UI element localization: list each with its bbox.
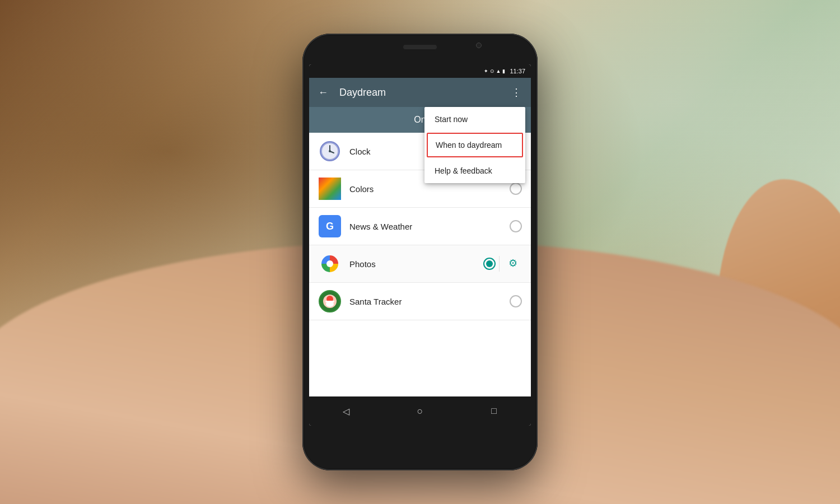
phone-device: ✦ ⊙ ▲ ▮ 11:37 ← Daydream ⋮ On	[302, 34, 538, 470]
nav-home-icon: ○	[417, 405, 423, 417]
photos-icon	[318, 252, 342, 276]
santa-tracker-icon	[318, 290, 342, 313]
svg-rect-10	[319, 178, 341, 200]
news-weather-label: News & Weather	[349, 222, 510, 231]
bluetooth-icon: ✦	[484, 68, 488, 74]
status-bar: ✦ ⊙ ▲ ▮ 11:37	[309, 64, 531, 78]
list-item-santa-tracker[interactable]: Santa Tracker	[309, 283, 531, 320]
nav-back-icon: ◁	[343, 406, 349, 417]
nav-recents-icon: □	[491, 406, 497, 416]
svg-point-5	[329, 150, 331, 152]
help-feedback-item[interactable]: Help & feedback	[424, 158, 525, 183]
header-title: Daydream	[339, 87, 500, 99]
phone-speaker	[403, 45, 437, 49]
bottom-navigation: ◁ ○ □	[309, 396, 531, 426]
list-item-photos[interactable]: Photos ⚙	[309, 245, 531, 283]
svg-point-15	[326, 301, 334, 307]
start-now-item[interactable]: Start now	[424, 107, 525, 132]
colors-radio[interactable]	[510, 183, 522, 195]
clock-icon	[318, 139, 342, 163]
colors-label: Colors	[349, 184, 510, 194]
status-icons: ✦ ⊙ ▲ ▮	[484, 68, 506, 74]
list-item-news-weather[interactable]: G News & Weather	[309, 208, 531, 245]
photos-label: Photos	[349, 259, 483, 269]
colors-icon	[318, 177, 342, 200]
back-button[interactable]: ←	[318, 87, 328, 99]
phone-body: ✦ ⊙ ▲ ▮ 11:37 ← Daydream ⋮ On	[302, 34, 538, 470]
santa-tracker-radio[interactable]	[510, 295, 522, 307]
app-header: ← Daydream ⋮	[309, 78, 531, 107]
when-to-daydream-item[interactable]: When to daydream	[427, 133, 523, 157]
news-weather-radio[interactable]	[510, 220, 522, 232]
photos-settings-icon[interactable]: ⚙	[508, 257, 522, 270]
news-weather-icon: G	[318, 214, 342, 238]
signal-icon: ▲	[496, 68, 501, 74]
overflow-dropdown: Start now When to daydream Help & feedba…	[424, 107, 525, 183]
nav-back-button[interactable]: ◁	[338, 403, 354, 419]
svg-point-11	[326, 260, 333, 267]
nav-recents-button[interactable]: □	[486, 403, 502, 419]
wifi-icon: ⊙	[490, 68, 494, 74]
status-time: 11:37	[510, 68, 525, 74]
photos-radio[interactable]	[483, 258, 496, 270]
nav-home-button[interactable]: ○	[412, 403, 428, 419]
photos-divider	[499, 256, 500, 272]
battery-icon: ▮	[502, 68, 505, 74]
santa-tracker-label: Santa Tracker	[349, 297, 510, 306]
phone-camera	[476, 43, 482, 48]
overflow-menu-button[interactable]: ⋮	[511, 87, 522, 97]
phone-screen: ✦ ⊙ ▲ ▮ 11:37 ← Daydream ⋮ On	[309, 64, 531, 426]
